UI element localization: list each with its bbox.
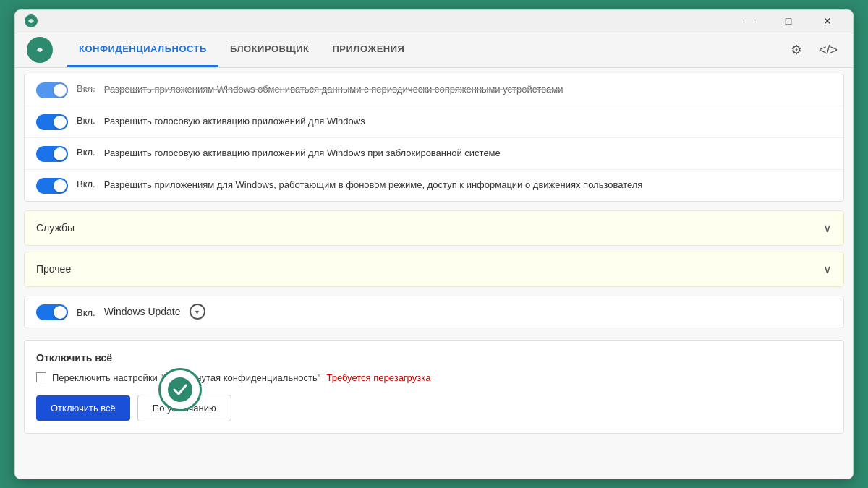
window-controls: — □ ✕ (733, 9, 844, 33)
main-window: — □ ✕ КОНФИДЕНЦИАЛЬНОСТЬ БЛОКИРОВЩИК ПРИ… (14, 9, 854, 479)
disable-all-title: Отключить всё (36, 352, 832, 364)
app-icon (24, 14, 38, 28)
other-header[interactable]: Прочее ∨ (25, 252, 843, 286)
app-logo (27, 37, 53, 63)
toggle-label-1: Вкл. (77, 83, 95, 94)
toggle-text-3: Разрешить голосовую активацию приложений… (104, 147, 501, 160)
nav-actions: ⚙ </> (783, 37, 841, 63)
toggle-row: Вкл. Разрешить голосовую активацию прило… (25, 106, 843, 138)
toggle-row: Вкл. Разрешить приложениям для Windows, … (25, 170, 843, 201)
toggle-section: Вкл. Разрешить приложениям Windows обмен… (24, 74, 844, 202)
action-buttons: Отключить всё По умолчанию (36, 395, 832, 421)
nav-bar: КОНФИДЕНЦИАЛЬНОСТЬ БЛОКИРОВЩИК ПРИЛОЖЕНИ… (15, 33, 853, 68)
services-label: Службы (36, 222, 75, 234)
toggle-text-2: Разрешить голосовую активацию приложений… (104, 115, 365, 128)
toggle-label-4: Вкл. (77, 179, 95, 189)
checkmark-circle (158, 368, 202, 411)
toggle-text-1: Разрешить приложениям Windows обменивать… (104, 83, 563, 96)
toggle-2[interactable] (36, 114, 68, 130)
success-badge (158, 368, 202, 411)
minimize-button[interactable]: — (733, 9, 766, 33)
services-chevron-icon: ∨ (823, 221, 832, 235)
disable-all-button[interactable]: Отключить всё (36, 395, 130, 421)
toggle-row: Вкл. Разрешить приложениям Windows обмен… (25, 74, 843, 106)
windows-update-state: Вкл. (77, 307, 95, 318)
maximize-button[interactable]: □ (772, 9, 805, 33)
toggle-label-2: Вкл. (77, 115, 95, 126)
settings-button[interactable]: ⚙ (783, 37, 809, 63)
tab-privacy[interactable]: КОНФИДЕНЦИАЛЬНОСТЬ (67, 33, 218, 67)
content-area: Вкл. Разрешить приложениям Windows обмен… (15, 68, 853, 479)
title-bar: — □ ✕ (15, 10, 853, 33)
code-button[interactable]: </> (815, 37, 841, 63)
close-button[interactable]: ✕ (811, 9, 844, 33)
toggle-3[interactable] (36, 146, 68, 162)
advanced-privacy-checkbox[interactable] (36, 372, 46, 382)
checkmark-icon (167, 377, 193, 403)
windows-update-dropdown[interactable]: ▾ (190, 304, 205, 320)
reboot-required-badge: Требуется перезагрузка (326, 372, 430, 383)
other-label: Прочее (36, 263, 71, 275)
svg-point-2 (169, 378, 192, 401)
advanced-privacy-row: Переключить настройки "Продвинутая конфи… (36, 372, 832, 383)
services-header[interactable]: Службы ∨ (25, 211, 843, 245)
bottom-section: Отключить всё Переключить настройки "Про… (24, 340, 844, 434)
toggle-label-3: Вкл. (77, 147, 95, 158)
tab-apps[interactable]: ПРИЛОЖЕНИЯ (320, 33, 416, 67)
other-chevron-icon: ∨ (823, 262, 832, 276)
other-section: Прочее ∨ (24, 252, 844, 287)
toggle-row: Вкл. Разрешить голосовую активацию прило… (25, 138, 843, 170)
windows-update-name: Windows Update (104, 306, 181, 317)
services-section: Службы ∨ (24, 210, 844, 246)
tab-blocker[interactable]: БЛОКИРОВЩИК (218, 33, 321, 67)
toggle-1[interactable] (36, 82, 68, 98)
toggle-4[interactable] (36, 178, 68, 194)
windows-update-toggle[interactable] (36, 304, 68, 320)
toggle-text-4: Разрешить приложениям для Windows, работ… (104, 179, 643, 192)
windows-update-row: Вкл. Windows Update ▾ (24, 296, 844, 328)
